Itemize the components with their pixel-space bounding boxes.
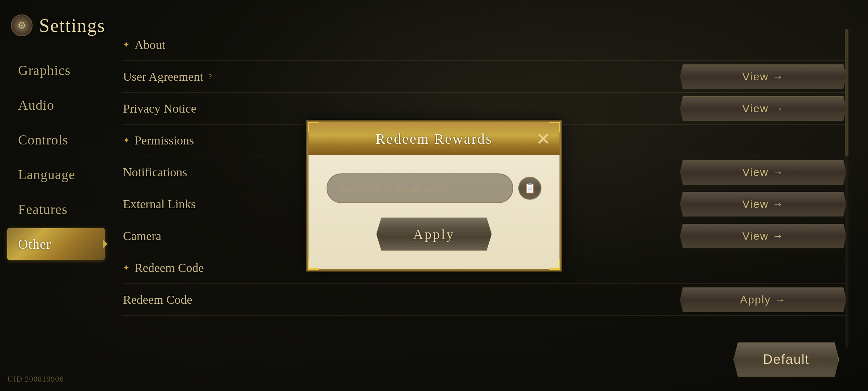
paste-button[interactable]: 📋 [518, 177, 541, 200]
corner-decoration-bl [308, 259, 319, 270]
modal-header: Redeem Rewards [309, 122, 559, 155]
redeem-input-wrapper: 📋 [327, 173, 541, 203]
modal-title: Redeem Rewards [375, 130, 492, 147]
redeem-modal: Redeem Rewards 📋 Apply [307, 121, 561, 270]
corner-decoration-br [549, 259, 560, 270]
modal-overlay: Redeem Rewards 📋 Apply [0, 0, 868, 391]
corner-decoration-tr [549, 122, 560, 133]
modal-body: 📋 Apply [309, 155, 559, 269]
corner-decoration-tl [308, 122, 319, 133]
paste-icon: 📋 [524, 182, 536, 194]
modal-frame: Redeem Rewards 📋 Apply [307, 121, 561, 270]
redeem-code-input[interactable] [327, 173, 513, 203]
modal-close-button[interactable] [534, 130, 552, 148]
close-icon [536, 131, 550, 146]
modal-apply-button[interactable]: Apply [376, 218, 492, 251]
